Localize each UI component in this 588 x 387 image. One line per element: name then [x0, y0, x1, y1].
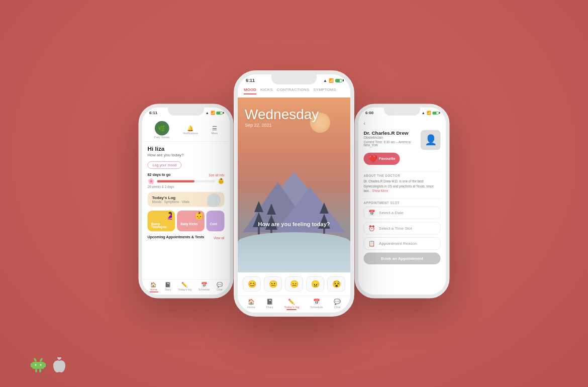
nav-diary[interactable]: 📓 Diary: [165, 282, 171, 293]
emoji-neutral[interactable]: 😐: [264, 276, 282, 292]
cnav-schedule[interactable]: 📅 Schedule: [310, 299, 323, 310]
log-decoration: [207, 194, 221, 207]
tree-mid: [254, 201, 263, 212]
nav-more[interactable]: ☰ More: [212, 125, 218, 135]
mood-tabs: MOOD KICKS CONTRACTIONS SYMPTOMS: [238, 85, 350, 98]
nav-underline: [149, 292, 158, 293]
hero-section: Wednesday Sep 22, 2021: [238, 98, 350, 272]
svg-point-8: [40, 364, 42, 366]
svg-point-1: [39, 358, 43, 362]
nav-chat[interactable]: 💬 Chat: [217, 282, 223, 293]
progress-fill: [157, 180, 194, 182]
emoji-blank[interactable]: 😑: [285, 276, 303, 292]
tree-trunk: [258, 227, 260, 235]
nav-stories[interactable]: 🌿 Daily Stories: [154, 121, 169, 139]
nav-home[interactable]: 🏠 Home: [149, 282, 158, 293]
time-left: 6:11: [149, 111, 157, 115]
heart-icon: ❤️: [368, 154, 377, 163]
view-all-link[interactable]: View all: [214, 236, 225, 239]
time-right: 6:00: [365, 111, 373, 115]
edit-icon-c: ✏️: [288, 299, 295, 305]
appt-reason-label: Appointment Reason: [379, 241, 417, 246]
svg-point-7: [35, 364, 37, 366]
progress-bar: [157, 180, 215, 182]
notifications-label: Notifications: [183, 132, 198, 134]
emoji-dizzy[interactable]: 😵: [327, 276, 345, 292]
tab-symptoms[interactable]: SYMPTOMS: [313, 87, 336, 94]
favourite-button[interactable]: ❤️ Favourite: [364, 153, 400, 165]
time-center: 6:11: [246, 78, 255, 83]
hero-ground: [238, 232, 350, 272]
left-header: 🌿 Daily Stories 🔔 Notifications ☰ More: [142, 118, 230, 142]
diary-icon: 📓: [165, 282, 171, 288]
tree-mid3: [320, 203, 329, 214]
card-kicks[interactable]: 👶 Baby Kicks: [177, 211, 205, 231]
card-bump[interactable]: 🤰 BumpTimelapse: [148, 211, 175, 231]
cnav-home[interactable]: 🏠 Home: [247, 299, 255, 310]
home-icon: 🏠: [150, 282, 157, 288]
back-button[interactable]: ‹: [364, 120, 366, 127]
wifi-icon-c: 📶: [329, 78, 334, 83]
battery-icon: [216, 111, 223, 114]
see-all-link[interactable]: See all info: [209, 174, 224, 177]
about-title: ABOUT THE DOCTOR: [358, 174, 446, 177]
cnav-todayslog[interactable]: ✏️ Today's log: [284, 299, 300, 310]
book-appointment-button[interactable]: Book an Appointment: [364, 252, 441, 264]
nav-notifications[interactable]: 🔔 Notifications: [183, 125, 198, 135]
battery-icon-c: [335, 79, 342, 82]
emoji-angry[interactable]: 😠: [306, 276, 324, 292]
cnav-schedule-label: Schedule: [310, 306, 323, 309]
store-badges: [30, 357, 65, 377]
doctor-info: Dr. Charles.R Drew Obstetrician Current …: [364, 130, 417, 147]
cnav-underline: [286, 309, 297, 310]
cnav-chat-label: Chat: [334, 306, 341, 309]
progress-row: 🌸 👶: [148, 178, 225, 184]
card-cont[interactable]: Cont: [207, 211, 225, 231]
cnav-diary[interactable]: 📓 Diary: [266, 299, 273, 310]
tab-contractions[interactable]: CONTRACTIONS: [277, 87, 309, 94]
svg-rect-5: [35, 369, 37, 372]
select-time-slot[interactable]: ⏰ Select a Time Slot: [364, 222, 441, 234]
chat-icon-c: 💬: [334, 299, 341, 305]
weeks-label: 28 weeks & 2 days: [148, 185, 225, 188]
nav-schedule-label: Schedule: [199, 288, 210, 291]
nav-todayslog-label: Today's log: [178, 288, 191, 291]
nav-home-label: Home: [150, 288, 157, 291]
mood-button[interactable]: Log your mood: [148, 161, 182, 169]
reason-icon: 📋: [368, 240, 375, 247]
signal-icon-c: ▲: [323, 78, 327, 83]
android-badge: [30, 357, 46, 377]
nav-schedule[interactable]: 📅 Schedule: [199, 282, 210, 293]
nav-todayslog[interactable]: ✏️ Today's log: [178, 282, 191, 293]
chat-icon: 💬: [217, 282, 223, 288]
appt-reason-slot[interactable]: 📋 Appointment Reason: [364, 237, 441, 250]
tab-kicks[interactable]: KICKS: [260, 87, 273, 94]
show-more-link[interactable]: Show More: [372, 189, 388, 192]
menu-icon: ☰: [212, 125, 217, 132]
doctor-section: Dr. Charles.R Drew Obstetrician Current …: [358, 128, 446, 153]
status-icons-left: ▲ 📶: [206, 111, 223, 115]
todays-log-card[interactable]: Today's Log Moods · Symptoms · Vitals: [148, 192, 225, 207]
edit-icon: ✏️: [181, 282, 188, 288]
calendar-icon: 📅: [201, 282, 208, 288]
cnav-chat[interactable]: 💬 Chat: [334, 299, 341, 310]
select-date-label: Select a Date: [379, 210, 404, 215]
hero-text: Wednesday Sep 22, 2021: [245, 108, 319, 128]
right-header: ‹: [358, 118, 446, 129]
phone-center: 6:11 ▲ 📶 MOOD KICKS CONTRACTIONS SYMPTOM…: [234, 70, 354, 317]
bottom-nav-left: 🏠 Home 📓 Diary ✏️ Today's log 📅 Schedule: [142, 279, 230, 295]
select-date-slot[interactable]: 📅 Select a Date: [364, 206, 441, 219]
phone-left: 6:11 ▲ 📶 🌿 Daily Stories 🔔 Notifications: [139, 104, 234, 299]
emoji-happy[interactable]: 😊: [243, 276, 261, 292]
svg-rect-3: [31, 363, 33, 367]
tab-mood[interactable]: MOOD: [244, 87, 256, 94]
tree-mid2: [267, 204, 276, 215]
signal-icon: ▲: [206, 111, 209, 115]
greeting: Hi liza: [148, 145, 225, 152]
home-icon-c: 🏠: [248, 299, 255, 305]
select-time-label: Select a Time Slot: [379, 226, 412, 230]
bell-icon: 🔔: [187, 125, 194, 132]
cnav-diary-label: Diary: [266, 306, 273, 309]
wifi-icon: 📶: [211, 111, 215, 115]
phone-right: 6:00 ▲ 📶 ‹ Dr. Charles.R Drew Obstetrici…: [355, 104, 450, 299]
